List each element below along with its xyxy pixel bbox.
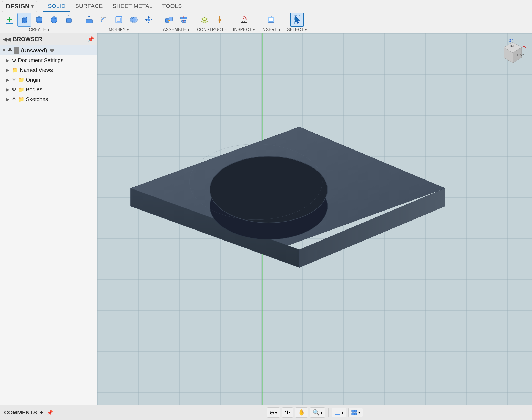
svg-rect-70 (354, 410, 357, 412)
push-pull-button[interactable] (82, 13, 96, 27)
toolbar: DESIGN ▾ SOLID SURFACE SHEET METAL TOOLS (0, 0, 532, 33)
construct-label[interactable]: CONSTRUCT - (197, 27, 227, 32)
browser-item-origin[interactable]: ▶ 👁 📁 Origin (0, 75, 97, 85)
look-at-button[interactable]: 👁 (282, 407, 293, 418)
select-button[interactable] (290, 13, 304, 27)
select-group: SELECT ▾ (287, 13, 307, 32)
shell-button[interactable] (112, 13, 126, 27)
tab-sheet-metal[interactable]: SHEET METAL (108, 2, 157, 12)
move-button[interactable] (142, 13, 156, 27)
joint-button[interactable] (162, 13, 176, 27)
inspect-group: INSPECT ▾ (233, 13, 255, 32)
expand-arrow-origin: ▶ (6, 77, 10, 82)
eye-icon-origin[interactable]: 👁 (12, 77, 16, 83)
align-button[interactable] (177, 13, 191, 27)
folder-icon-origin: 📁 (18, 77, 24, 83)
folder-icon-views: 📁 (12, 67, 18, 73)
comments-section[interactable]: COMMENTS + 📌 (0, 405, 97, 420)
zoom-icon: 🔍 (313, 409, 320, 416)
design-button[interactable]: DESIGN ▾ (2, 1, 37, 12)
combine-button[interactable] (127, 13, 141, 27)
display-mode-button[interactable]: ▾ (332, 408, 346, 417)
tab-surface[interactable]: SURFACE (71, 2, 107, 12)
front-face-label: FRONT (517, 53, 526, 56)
display-mode-arrow: ▾ (342, 411, 343, 415)
divider-3 (194, 15, 194, 30)
zoom-button[interactable]: 🔍 ▾ (310, 407, 325, 418)
svg-line-65 (522, 46, 524, 47)
toolbar-main: CREATE ▾ (0, 12, 532, 33)
inspect-label[interactable]: INSPECT ▾ (233, 27, 255, 32)
assemble-group: ASSEMBLE ▾ (162, 13, 191, 32)
design-label: DESIGN (6, 3, 29, 10)
new-sketch-button[interactable] (3, 13, 16, 27)
comments-pin-icon[interactable]: 📌 (47, 409, 53, 416)
viewport[interactable]: Z TOP FRONT X (97, 33, 532, 405)
fillet-button[interactable] (97, 13, 111, 27)
tab-solid[interactable]: SOLID (43, 2, 70, 12)
view-cube[interactable]: Z TOP FRONT X (499, 38, 527, 67)
toolbar-tabs: DESIGN ▾ SOLID SURFACE SHEET METAL TOOLS (0, 0, 532, 12)
svg-marker-24 (148, 22, 150, 23)
eye-icon-sketches[interactable]: 👁 (12, 97, 16, 102)
browser-item-doc-settings[interactable]: ▶ ⚙ Document Settings (0, 55, 97, 65)
divider-5 (258, 15, 258, 30)
orbit-arrow: ▾ (275, 411, 277, 415)
svg-point-30 (168, 20, 170, 21)
browser-item-named-views[interactable]: ▶ 📁 Named Views (0, 65, 97, 75)
offset-plane-button[interactable] (198, 13, 211, 27)
extrude-button[interactable] (62, 13, 76, 27)
eye-icon-root[interactable]: 👁 (8, 48, 12, 53)
expand-arrow-sketches: ▶ (6, 97, 10, 102)
svg-rect-69 (352, 410, 354, 412)
grid-arrow: ▾ (358, 411, 360, 415)
orbit-button[interactable]: ⊕ ▾ (267, 407, 280, 418)
browser-item-bodies[interactable]: ▶ 👁 📁 Bodies (0, 85, 97, 94)
assemble-label[interactable]: ASSEMBLE ▾ (163, 27, 190, 32)
divider-4 (230, 15, 230, 30)
expand-arrow-doc: ▶ (6, 58, 10, 63)
svg-rect-19 (116, 17, 122, 23)
eye-icon-bodies[interactable]: 👁 (12, 87, 16, 92)
main-area: ◀◀ BROWSER 📌 ▼ 👁 □ (Unsaved) ⏺ ▶ ⚙ Docum… (0, 33, 532, 405)
svg-point-9 (51, 17, 57, 23)
svg-marker-13 (68, 15, 70, 16)
measure-button[interactable] (237, 13, 251, 27)
pan-button[interactable]: ✋ (295, 407, 308, 418)
insert-label[interactable]: INSERT ▾ (261, 27, 281, 32)
svg-marker-26 (151, 19, 152, 21)
unsaved-badge: □ (14, 47, 19, 54)
tab-tools[interactable]: TOOLS (158, 2, 187, 12)
browser-item-root[interactable]: ▼ 👁 □ (Unsaved) ⏺ (0, 45, 97, 55)
svg-rect-20 (117, 18, 121, 22)
svg-marker-25 (145, 19, 147, 21)
modify-label[interactable]: MODIFY ▾ (109, 27, 129, 32)
z-axis-label: Z (509, 39, 511, 42)
gear-icon: ⚙ (12, 57, 16, 63)
insert-canvas-button[interactable] (264, 13, 278, 27)
orbit-icon: ⊕ (270, 409, 274, 416)
select-label[interactable]: SELECT ▾ (287, 27, 307, 32)
create-label[interactable]: CREATE ▾ (29, 27, 49, 32)
grid-display-button[interactable]: ▾ (348, 408, 363, 417)
sphere-button[interactable] (47, 13, 61, 27)
svg-marker-51 (295, 16, 300, 23)
svg-marker-16 (88, 16, 90, 17)
view-cube-svg (499, 38, 527, 67)
browser-item-sketches[interactable]: ▶ 👁 📁 Sketches (0, 94, 97, 104)
pin-icon[interactable]: 📌 (88, 36, 94, 42)
add-comment-button[interactable]: + (39, 409, 43, 416)
browser-header: ◀◀ BROWSER 📌 (0, 33, 97, 45)
svg-rect-72 (354, 413, 357, 415)
svg-rect-68 (335, 414, 340, 415)
cylinder-button[interactable] (32, 13, 46, 27)
grid-icon (351, 409, 357, 416)
collapse-icon[interactable]: ◀◀ (3, 36, 11, 42)
axis-button[interactable] (212, 13, 226, 27)
eye-nav-icon: 👁 (285, 409, 290, 416)
svg-rect-11 (66, 19, 71, 22)
bodies-label: Bodies (26, 86, 42, 93)
box-button[interactable] (17, 13, 31, 27)
svg-rect-71 (352, 413, 354, 415)
top-face-label: TOP (509, 44, 515, 47)
